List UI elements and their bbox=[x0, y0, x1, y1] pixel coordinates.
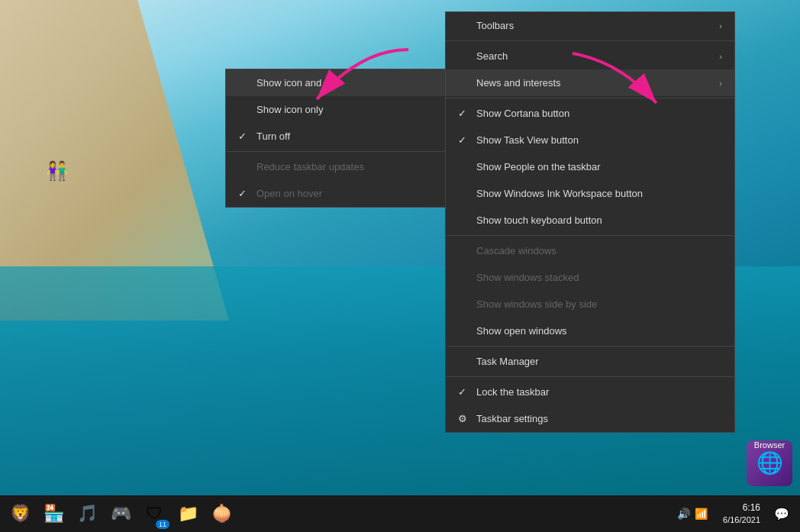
taskbar-context-menu: Toolbars › Search › News and interests ›… bbox=[445, 11, 735, 433]
menu-item-side-by-side: Show windows side by side bbox=[446, 291, 734, 318]
tor-icon: 🧅 bbox=[211, 504, 232, 524]
browser-icon: 🌐 bbox=[756, 450, 783, 476]
arrow-news-interests: › bbox=[719, 79, 722, 88]
taskbar-icon-tor[interactable]: 🧅 bbox=[205, 497, 238, 530]
checkmark-turn-off: ✓ bbox=[238, 131, 250, 142]
taskbar-icon-windows-security[interactable]: 🛡 11 bbox=[137, 497, 171, 530]
browser-text-label: Browser bbox=[747, 440, 792, 450]
menu-label-taskbar-settings: Taskbar settings bbox=[476, 413, 548, 424]
checkmark-cortana: ✓ bbox=[458, 108, 470, 119]
date-display: 6/16/2021 bbox=[723, 514, 760, 526]
menu-item-reduce-updates: Reduce taskbar updates bbox=[226, 153, 446, 180]
notification-button[interactable]: 💬 bbox=[769, 497, 794, 530]
menu-label-open-hover: Open on hover bbox=[256, 188, 322, 199]
menu-item-open-windows[interactable]: Show open windows bbox=[446, 318, 734, 344]
menu-label-cascade: Cascade windows bbox=[476, 245, 556, 256]
menu-item-cascade: Cascade windows bbox=[446, 237, 734, 264]
separator-r2 bbox=[446, 235, 734, 236]
menu-item-stacked: Show windows stacked bbox=[446, 264, 734, 291]
menu-item-touch-keyboard[interactable]: Show touch keyboard button bbox=[446, 207, 734, 234]
separator-r3 bbox=[446, 346, 734, 347]
volume-icon[interactable]: 🔊 bbox=[677, 508, 690, 520]
menu-item-task-manager[interactable]: Task Manager bbox=[446, 348, 734, 375]
network-icon[interactable]: 📶 bbox=[695, 508, 708, 520]
system-tray: 🔊 📶 6:16 6/16/2021 💬 bbox=[665, 495, 800, 532]
menu-item-show-icon-only[interactable]: Show icon only bbox=[226, 96, 446, 123]
menu-label-taskview: Show Task View button bbox=[476, 134, 579, 146]
menu-item-taskbar-settings[interactable]: ⚙ Taskbar settings bbox=[446, 405, 734, 432]
menu-label-task-manager: Task Manager bbox=[476, 356, 539, 367]
menu-item-ink-workspace[interactable]: Show Windows Ink Workspace button bbox=[446, 180, 734, 207]
store-icon: 🏪 bbox=[44, 504, 64, 524]
beach-people: 👫 bbox=[46, 160, 69, 182]
time-display: 6:16 bbox=[723, 501, 760, 514]
checkmark-taskbar-settings: ⚙ bbox=[458, 413, 470, 424]
taskbar-icon-store[interactable]: 🏪 bbox=[37, 497, 70, 530]
separator-1 bbox=[226, 151, 446, 152]
menu-item-cortana[interactable]: ✓ Show Cortana button bbox=[446, 100, 734, 127]
menu-label-touch-keyboard: Show touch keyboard button bbox=[476, 214, 602, 226]
menu-label-toolbars: Toolbars bbox=[476, 20, 514, 31]
tray-icons[interactable]: 🔊 📶 bbox=[671, 508, 714, 520]
arrow-toolbars: › bbox=[719, 21, 722, 31]
menu-label-lock-taskbar: Lock the taskbar bbox=[476, 386, 549, 398]
spotify-icon: 🎵 bbox=[77, 504, 98, 524]
menu-item-toolbars[interactable]: Toolbars › bbox=[446, 12, 734, 39]
separator-r0 bbox=[446, 40, 734, 41]
menu-item-open-hover: ✓ Open on hover bbox=[226, 180, 446, 207]
taskbar-icon-steam[interactable]: 🎮 bbox=[104, 497, 137, 530]
menu-label-people: Show People on the taskbar bbox=[476, 161, 601, 172]
menu-item-search[interactable]: Search › bbox=[446, 43, 734, 69]
menu-label-show-icon-only: Show icon only bbox=[256, 104, 323, 115]
menu-item-show-icon-text[interactable]: Show icon and text bbox=[226, 69, 446, 96]
menu-label-show-icon-text: Show icon and text bbox=[256, 77, 340, 89]
menu-label-cortana: Show Cortana button bbox=[476, 108, 569, 119]
taskbar-icon-folder[interactable]: 📁 bbox=[171, 497, 205, 530]
system-clock[interactable]: 6:16 6/16/2021 bbox=[717, 501, 766, 526]
taskbar-icon-spotify[interactable]: 🎵 bbox=[70, 497, 104, 530]
checkmark-lock-taskbar: ✓ bbox=[458, 386, 470, 398]
taskbar-icon-brave[interactable]: 🦁 bbox=[3, 497, 37, 530]
windows-security-badge: 11 bbox=[156, 520, 169, 529]
menu-item-people[interactable]: Show People on the taskbar bbox=[446, 153, 734, 180]
menu-item-news-interests[interactable]: News and interests › bbox=[446, 69, 734, 96]
arrow-search: › bbox=[719, 52, 722, 61]
checkmark-taskview: ✓ bbox=[458, 134, 470, 146]
checkmark-open-hover: ✓ bbox=[238, 188, 250, 199]
menu-label-open-windows: Show open windows bbox=[476, 325, 567, 337]
menu-item-lock-taskbar[interactable]: ✓ Lock the taskbar bbox=[446, 379, 734, 405]
menu-label-search: Search bbox=[476, 50, 508, 62]
steam-icon: 🎮 bbox=[111, 504, 131, 524]
taskbar: 🦁 🏪 🎵 🎮 🛡 11 📁 🧅 🔊 📶 bbox=[0, 495, 800, 532]
folder-icon: 📁 bbox=[178, 504, 198, 524]
menu-label-side-by-side: Show windows side by side bbox=[476, 298, 597, 310]
news-interests-submenu: Show icon and text Show icon only ✓ Turn… bbox=[225, 69, 447, 208]
menu-label-news-interests: News and interests bbox=[476, 77, 561, 89]
menu-label-stacked: Show windows stacked bbox=[476, 272, 579, 283]
menu-item-turn-off[interactable]: ✓ Turn off bbox=[226, 123, 446, 150]
menu-label-turn-off: Turn off bbox=[256, 131, 290, 142]
separator-r4 bbox=[446, 376, 734, 377]
brave-icon: 🦁 bbox=[10, 504, 31, 524]
menu-item-taskview[interactable]: ✓ Show Task View button bbox=[446, 127, 734, 153]
separator-r1 bbox=[446, 98, 734, 98]
menu-label-ink-workspace: Show Windows Ink Workspace button bbox=[476, 188, 643, 199]
menu-label-reduce-updates: Reduce taskbar updates bbox=[256, 161, 364, 172]
